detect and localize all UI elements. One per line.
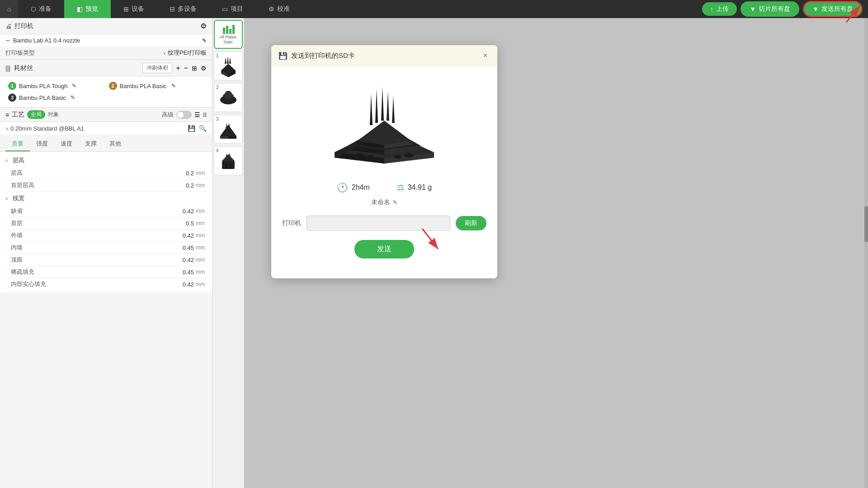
all-plates-stats-button[interactable]: All PlatesStats — [214, 20, 243, 49]
plate-thumb-2[interactable]: 2 — [214, 83, 243, 112]
filament-actions: 冲刷体积 + − ⊞ ⚙ — [142, 63, 207, 73]
sparse-infill-value-row: 0.45 mm — [158, 269, 207, 276]
svg-marker-36 — [381, 87, 384, 121]
printer-model-name: ∼ Bambu Lab A1 0.4 nozzle — [5, 37, 80, 44]
top-surface-unit: mm — [196, 257, 207, 263]
top-surface-value[interactable]: 0.42 — [158, 257, 194, 263]
nav-calibrate[interactable]: ⚙ 校准 — [256, 0, 302, 18]
first-layer-width-row: 首层 0.5 mm — [5, 217, 207, 230]
printer-input[interactable] — [307, 216, 450, 231]
svg-marker-9 — [227, 56, 229, 64]
settings-dots-icon[interactable]: ⁞⁞ — [203, 111, 207, 118]
filename-edit-icon[interactable]: ✎ — [393, 199, 397, 206]
printer-gear-icon[interactable]: ⚙ — [200, 22, 207, 30]
dialog-close-button[interactable]: × — [481, 51, 490, 61]
slice-all-button[interactable]: ▼ 切片所有盘 — [741, 1, 799, 17]
svg-point-43 — [405, 153, 414, 158]
filament-item-3: 3 Bambu PLA Basic ✎ — [5, 92, 106, 103]
refresh-button[interactable]: 刷新 — [456, 216, 486, 230]
inner-wall-value-row: 0.45 mm — [158, 244, 207, 251]
first-layer-width-label: 首层 — [11, 219, 23, 227]
inner-wall-value[interactable]: 0.45 — [158, 244, 194, 251]
layer-height-value[interactable]: 0.2 — [158, 170, 194, 177]
home-button[interactable]: ⌂ — [0, 0, 18, 18]
dialog-header: 💾 发送到打印机的SD卡 × — [271, 45, 497, 66]
plate-thumb-1[interactable]: 1 — [214, 52, 243, 80]
plates-panel: All PlatesStats 1 2 3 — [212, 18, 244, 488]
upload-button[interactable]: ↑ 上传 — [702, 2, 737, 16]
inner-wall-row: 内墙 0.45 mm — [5, 242, 207, 254]
plate-thumb-3[interactable]: 3 — [214, 115, 243, 144]
default-width-value[interactable]: 0.42 — [158, 208, 194, 215]
send-button[interactable]: 发送 — [354, 240, 414, 258]
chevron-down-icon: ∨ — [163, 51, 166, 56]
svg-rect-2 — [226, 26, 228, 34]
svg-marker-16 — [228, 136, 236, 139]
filament-edit-icon-2[interactable]: ✎ — [171, 83, 176, 89]
calibrate-icon: ⚙ — [269, 5, 274, 13]
first-layer-width-unit: mm — [196, 220, 207, 226]
inner-wall-label: 内墙 — [11, 244, 23, 252]
nav-device[interactable]: ⊞ 设备 — [111, 0, 157, 18]
filament-grid: 1 Bambu PLA Tough ✎ 2 Bambu PLA Basic ✎ … — [0, 76, 212, 107]
tab-speed[interactable]: 速度 — [54, 137, 79, 151]
filament-edit-icon-1[interactable]: ✎ — [72, 83, 76, 89]
solid-infill-value-row: 0.42 mm — [158, 281, 207, 288]
multidevice-icon: ⊟ — [170, 5, 175, 13]
svg-marker-38 — [392, 96, 395, 123]
section-collapse-icon: ≡ — [5, 158, 8, 163]
search-preset-icon[interactable]: 🔍 — [199, 125, 207, 132]
solid-infill-value[interactable]: 0.42 — [158, 281, 194, 288]
svg-rect-22 — [229, 163, 232, 169]
tab-strength[interactable]: 强度 — [30, 137, 54, 151]
top-surface-label: 顶面 — [11, 256, 23, 264]
nav-project[interactable]: ▭ 项目 — [209, 0, 256, 18]
list-icon[interactable]: ☰ — [194, 111, 200, 118]
topbar-right: ↑ 上传 ▼ 切片所有盘 ▼ 发送所有盘 — [702, 1, 868, 17]
tab-quality[interactable]: 质量 — [5, 137, 30, 151]
filament-settings-icon[interactable]: ⚙ — [201, 65, 207, 72]
plate-type-row: 打印板类型 ∨ 纹理PEI打印板 — [0, 47, 212, 60]
filament-num-3: 3 — [8, 94, 16, 102]
dialog-title: 💾 发送到打印机的SD卡 — [278, 52, 355, 60]
inner-wall-unit: mm — [196, 244, 207, 251]
flush-volume-button[interactable]: 冲刷体积 — [142, 63, 172, 73]
outer-wall-value-row: 0.42 mm — [158, 232, 207, 239]
printer-edit-icon[interactable]: ✎ — [202, 38, 207, 44]
preview-label: 预览 — [85, 5, 98, 13]
time-stat: 🕐 2h4m — [337, 182, 370, 193]
advanced-toggle[interactable] — [176, 111, 192, 119]
svg-marker-14 — [220, 125, 236, 136]
top-surface-row: 顶面 0.42 mm — [5, 254, 207, 266]
advanced-label: 高级 — [162, 111, 174, 119]
plate-type-value[interactable]: ∨ 纹理PEI打印板 — [163, 49, 207, 57]
remove-filament-button[interactable]: − — [184, 64, 188, 72]
send-all-button[interactable]: ▼ 发送所有盘 — [803, 1, 863, 17]
slice-icon: ▼ — [750, 5, 756, 13]
outer-wall-label: 外墙 — [11, 231, 23, 239]
filament-grid-icon[interactable]: ⊞ — [192, 65, 197, 72]
save-preset-icon[interactable]: 💾 — [188, 125, 195, 132]
sparse-infill-value[interactable]: 0.45 — [158, 269, 194, 276]
layer-height-row: 层高 0.2 mm — [5, 167, 207, 179]
preset-name[interactable]: ∨ 0.20mm Standard @BBL A1 — [5, 125, 84, 132]
add-filament-button[interactable]: + — [176, 64, 180, 72]
nav-multidevice[interactable]: ⊟ 多设备 — [157, 0, 209, 18]
svg-marker-8 — [225, 57, 226, 64]
device-label: 设备 — [132, 5, 144, 13]
filament-edit-icon-3[interactable]: ✎ — [71, 94, 75, 101]
object-badge: 对象 — [48, 111, 59, 118]
first-layer-width-value[interactable]: 0.5 — [158, 220, 194, 227]
upload-icon: ↑ — [710, 5, 713, 13]
tab-other[interactable]: 其他 — [103, 137, 127, 151]
process-title: ≡ 工艺 全局 对象 — [5, 110, 59, 119]
plate-thumb-4[interactable]: 4 — [214, 146, 243, 175]
solid-infill-row: 内部实心填充 0.42 mm — [5, 278, 207, 291]
nav-preview[interactable]: ◧ 预览 — [64, 0, 111, 18]
outer-wall-value[interactable]: 0.42 — [158, 232, 194, 239]
nav-prepare[interactable]: ⬡ 准备 — [18, 0, 64, 18]
plate-model-1 — [217, 55, 240, 77]
first-layer-height-value[interactable]: 0.2 — [158, 182, 194, 189]
tab-support[interactable]: 支撑 — [79, 137, 103, 151]
first-layer-width-value-row: 0.5 mm — [158, 220, 207, 227]
